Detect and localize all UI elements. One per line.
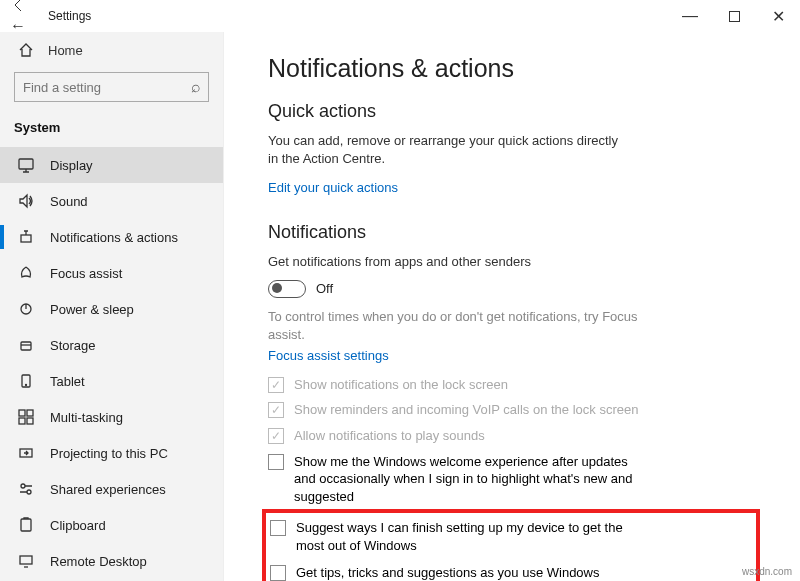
sidebar-item-notifications-actions[interactable]: Notifications & actions <box>0 219 223 255</box>
nav-label: Display <box>50 158 93 173</box>
home-label: Home <box>48 43 83 58</box>
sidebar-item-tablet[interactable]: Tablet <box>0 363 223 399</box>
nav-label: Tablet <box>50 374 85 389</box>
close-button[interactable]: ✕ <box>756 0 800 32</box>
nav-icon <box>18 517 34 533</box>
sidebar-item-display[interactable]: Display <box>0 147 223 183</box>
section-header: System <box>0 114 223 147</box>
checkbox-label: Show reminders and incoming VoIP calls o… <box>294 401 638 419</box>
minimize-button[interactable]: — <box>668 0 712 32</box>
quick-actions-title: Quick actions <box>268 101 760 122</box>
checkbox-label: Suggest ways I can finish setting up my … <box>296 519 646 554</box>
search-input[interactable] <box>23 80 191 95</box>
titlebar: ← Settings — ✕ <box>0 0 800 32</box>
checkbox-row: Show reminders and incoming VoIP calls o… <box>268 401 760 419</box>
nav-label: Notifications & actions <box>50 230 178 245</box>
sidebar: Home ⌕ System DisplaySoundNotifications … <box>0 32 224 581</box>
nav-icon <box>18 265 34 281</box>
sidebar-item-storage[interactable]: Storage <box>0 327 223 363</box>
nav-icon <box>18 373 34 389</box>
watermark: wsxdn.com <box>742 566 792 577</box>
maximize-button[interactable] <box>712 0 756 32</box>
sidebar-item-shared-experiences[interactable]: Shared experiences <box>0 471 223 507</box>
svg-rect-8 <box>27 410 33 416</box>
checkbox-row: Show notifications on the lock screen <box>268 376 760 394</box>
checkbox[interactable] <box>270 565 286 581</box>
search-icon: ⌕ <box>191 78 201 96</box>
svg-rect-14 <box>21 519 31 531</box>
checkbox <box>268 428 284 444</box>
nav-icon <box>18 301 34 317</box>
back-button[interactable]: ← <box>10 0 30 35</box>
nav-icon <box>18 229 34 245</box>
checkbox <box>268 377 284 393</box>
notifications-toggle[interactable] <box>268 280 306 298</box>
svg-point-13 <box>27 490 31 494</box>
window-title: Settings <box>48 9 91 23</box>
control-times-desc: To control times when you do or don't ge… <box>268 308 648 344</box>
nav-label: Storage <box>50 338 96 353</box>
nav-label: Remote Desktop <box>50 554 147 569</box>
svg-rect-15 <box>20 556 32 564</box>
nav-label: Clipboard <box>50 518 106 533</box>
checkbox-label: Allow notifications to play sounds <box>294 427 485 445</box>
edit-quick-actions-link[interactable]: Edit your quick actions <box>268 180 398 195</box>
checkbox-label: Show me the Windows welcome experience a… <box>294 453 644 506</box>
checkbox[interactable] <box>270 520 286 536</box>
page-title: Notifications & actions <box>268 54 760 83</box>
sidebar-item-clipboard[interactable]: Clipboard <box>0 507 223 543</box>
nav-icon <box>18 157 34 173</box>
checkbox-row[interactable]: Show me the Windows welcome experience a… <box>268 453 760 506</box>
checkbox <box>268 402 284 418</box>
checkbox-label: Get tips, tricks and suggestions as you … <box>296 564 599 581</box>
sidebar-item-sound[interactable]: Sound <box>0 183 223 219</box>
nav-label: Sound <box>50 194 88 209</box>
sidebar-item-projecting-to-this-pc[interactable]: Projecting to this PC <box>0 435 223 471</box>
notifications-toggle-desc: Get notifications from apps and other se… <box>268 253 760 271</box>
notifications-title: Notifications <box>268 222 760 243</box>
nav-label: Focus assist <box>50 266 122 281</box>
svg-rect-9 <box>19 418 25 424</box>
svg-rect-7 <box>19 410 25 416</box>
nav-icon <box>18 445 34 461</box>
toggle-state-label: Off <box>316 281 333 296</box>
svg-rect-1 <box>19 159 33 169</box>
nav-icon <box>18 337 34 353</box>
checkbox[interactable] <box>268 454 284 470</box>
sidebar-item-multi-tasking[interactable]: Multi-tasking <box>0 399 223 435</box>
search-box[interactable]: ⌕ <box>14 72 209 102</box>
svg-point-12 <box>21 484 25 488</box>
nav-label: Multi-tasking <box>50 410 123 425</box>
svg-rect-4 <box>21 342 31 350</box>
sidebar-item-remote-desktop[interactable]: Remote Desktop <box>0 543 223 579</box>
home-button[interactable]: Home <box>0 32 223 68</box>
nav-icon <box>18 553 34 569</box>
nav-label: Shared experiences <box>50 482 166 497</box>
focus-assist-link[interactable]: Focus assist settings <box>268 348 389 363</box>
nav-label: Projecting to this PC <box>50 446 168 461</box>
sidebar-item-power-sleep[interactable]: Power & sleep <box>0 291 223 327</box>
svg-rect-0 <box>729 11 739 21</box>
checkbox-row[interactable]: Suggest ways I can finish setting up my … <box>270 519 748 554</box>
svg-rect-2 <box>21 235 31 242</box>
quick-actions-desc: You can add, remove or rearrange your qu… <box>268 132 618 168</box>
nav-icon <box>18 409 34 425</box>
highlighted-box: Suggest ways I can finish setting up my … <box>262 509 760 581</box>
home-icon <box>18 42 34 58</box>
nav-icon <box>18 193 34 209</box>
sidebar-item-focus-assist[interactable]: Focus assist <box>0 255 223 291</box>
checkbox-row[interactable]: Get tips, tricks and suggestions as you … <box>270 564 748 581</box>
main-content: Notifications & actions Quick actions Yo… <box>224 32 800 581</box>
svg-rect-10 <box>27 418 33 424</box>
checkbox-row: Allow notifications to play sounds <box>268 427 760 445</box>
nav-label: Power & sleep <box>50 302 134 317</box>
nav-icon <box>18 481 34 497</box>
checkbox-label: Show notifications on the lock screen <box>294 376 508 394</box>
svg-point-6 <box>26 385 27 386</box>
